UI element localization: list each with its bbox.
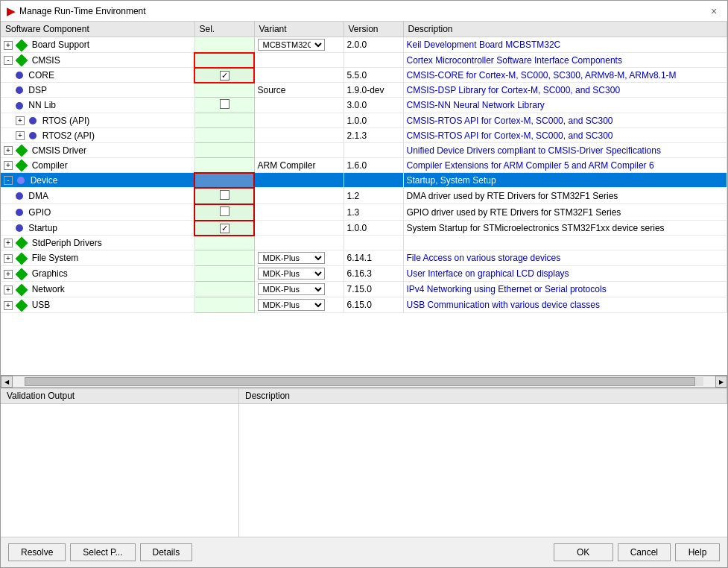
circle-icon: [16, 209, 23, 216]
horizontal-scrollbar[interactable]: ◀ ▶: [1, 376, 727, 388]
table-row: DSP Source 1.9.0-dev CMSIS-DSP Library f…: [1, 83, 727, 98]
desc-link[interactable]: CMSIS-RTOS API for Cortex-M, SC000, and …: [407, 116, 613, 126]
expand-icon[interactable]: +: [4, 41, 13, 50]
circle-icon: [16, 72, 23, 79]
table-row: + CMSIS Driver Unified Device Drivers co…: [1, 143, 727, 158]
desc-link[interactable]: CMSIS-CORE for Cortex-M, SC000, SC300, A…: [407, 70, 677, 81]
diamond-icon: [16, 268, 28, 280]
expand-icon[interactable]: +: [4, 146, 13, 155]
desc-link[interactable]: IPv4 Networking using Ethernet or Serial…: [407, 284, 607, 294]
desc-link[interactable]: Keil Development Board MCBSTM32C: [407, 40, 561, 50]
main-content: Software Component Sel. Variant Version …: [1, 22, 727, 567]
expand-icon[interactable]: -: [4, 56, 13, 65]
desc-link[interactable]: Unified Device Drivers compliant to CMSI…: [407, 145, 661, 156]
scroll-right-arrow[interactable]: ▶: [715, 376, 727, 388]
version-cell: 6.16.3: [344, 266, 403, 282]
table-area[interactable]: Software Component Sel. Variant Version …: [1, 22, 727, 376]
component-name: NN Lib: [1, 98, 194, 113]
component-name: Startup: [1, 221, 194, 236]
component-name: GPIO: [1, 204, 194, 221]
checkbox[interactable]: [220, 224, 230, 233]
variant-cell[interactable]: MCBSTM32C: [254, 37, 344, 53]
diamond-icon: [16, 160, 28, 172]
sel-cell: [194, 37, 254, 53]
version-cell: 1.9.0-dev: [344, 83, 403, 98]
sel-cell[interactable]: [194, 204, 254, 221]
components-table: Software Component Sel. Variant Version …: [1, 22, 727, 313]
variant-cell[interactable]: MDK-Plus: [254, 297, 344, 313]
variant-select[interactable]: MDK-Plus: [258, 252, 325, 264]
variant-select[interactable]: MCBSTM32C: [258, 39, 325, 51]
version-cell: [344, 173, 403, 188]
desc-link[interactable]: USB Communication with various device cl…: [407, 300, 600, 310]
select-button[interactable]: Select P...: [70, 543, 135, 561]
sel-cell[interactable]: [194, 221, 254, 236]
diamond-icon: [16, 299, 28, 312]
version-cell: 3.0.0: [344, 98, 403, 113]
component-name: - CMSIS: [1, 53, 194, 68]
manage-rte-window: ▶ Manage Run-Time Environment × Software…: [0, 0, 728, 568]
desc-link[interactable]: User Interface on graphical LCD displays: [407, 268, 569, 279]
table-row: + File System MDK-Plus 6.14.1 File Acces…: [1, 250, 727, 266]
table-row: + RTOS (API) 1.0.0 CMSIS-RTOS API for Co…: [1, 113, 727, 128]
app-icon: ▶: [7, 5, 15, 17]
desc-cell: CMSIS-RTOS API for Cortex-M, SC000, and …: [403, 113, 727, 128]
expand-icon[interactable]: -: [4, 176, 13, 185]
expand-icon[interactable]: +: [4, 161, 13, 170]
desc-link[interactable]: Compiler Extensions for ARM Compiler 5 a…: [407, 160, 654, 171]
variant-cell: [254, 204, 344, 221]
checkbox[interactable]: [220, 190, 230, 200]
variant-cell: [254, 68, 344, 83]
diamond-icon: [16, 39, 28, 51]
variant-cell[interactable]: MDK-Plus: [254, 282, 344, 297]
help-button[interactable]: Help: [675, 543, 720, 561]
desc-link[interactable]: CMSIS-DSP Library for Cortex-M, SC000, a…: [407, 85, 621, 95]
ok-button[interactable]: OK: [554, 543, 613, 561]
variant-cell: ARM Compiler: [254, 158, 344, 173]
variant-select[interactable]: MDK-Plus: [258, 283, 325, 295]
scroll-left-arrow[interactable]: ◀: [1, 376, 13, 388]
circle-icon: [29, 132, 37, 139]
version-cell: 6.15.0: [344, 297, 403, 313]
expand-icon[interactable]: +: [4, 270, 13, 279]
variant-select[interactable]: MDK-Plus: [258, 268, 325, 280]
details-button[interactable]: Details: [140, 543, 193, 561]
resolve-button[interactable]: Resolve: [8, 543, 66, 561]
checkbox[interactable]: [220, 99, 230, 109]
expand-icon[interactable]: +: [16, 116, 25, 125]
circle-icon: [16, 224, 23, 232]
sel-cell[interactable]: [194, 188, 254, 204]
expand-icon[interactable]: +: [4, 254, 13, 263]
component-name: + Compiler: [1, 158, 194, 173]
variant-cell[interactable]: MDK-Plus: [254, 250, 344, 266]
expand-icon[interactable]: +: [4, 285, 13, 294]
close-button[interactable]: ×: [706, 4, 721, 19]
bottom-pane: Validation Output Description: [1, 388, 727, 537]
diamond-icon: [16, 252, 28, 265]
table-row[interactable]: - Device Startup, System Setup: [1, 173, 727, 188]
sel-cell[interactable]: [194, 68, 254, 83]
expand-icon[interactable]: +: [4, 239, 13, 247]
expand-icon[interactable]: +: [16, 131, 25, 140]
sel-cell[interactable]: [194, 98, 254, 113]
scrollbar-thumb[interactable]: [25, 377, 695, 386]
sel-cell[interactable]: [194, 53, 254, 68]
checkbox[interactable]: [220, 71, 230, 81]
scrollbar-track[interactable]: [25, 377, 703, 386]
checkbox[interactable]: [220, 206, 230, 216]
sel-cell: [194, 128, 254, 143]
cancel-button[interactable]: Cancel: [618, 543, 671, 561]
desc-link[interactable]: CMSIS-RTOS API for Cortex-M, SC000, and …: [407, 130, 613, 141]
col-header-version: Version: [344, 22, 403, 37]
desc-link[interactable]: Cortex Microcontroller Software Interfac…: [407, 55, 622, 66]
desc-link[interactable]: File Access on various storage devices: [407, 253, 561, 263]
expand-icon[interactable]: +: [4, 301, 13, 310]
version-cell: 6.14.1: [344, 250, 403, 266]
desc-cell: CMSIS-DSP Library for Cortex-M, SC000, a…: [403, 83, 727, 98]
desc-link[interactable]: CMSIS-NN Neural Network Library: [407, 100, 545, 110]
component-name: DMA: [1, 188, 194, 204]
version-cell: [344, 236, 403, 250]
variant-select[interactable]: MDK-Plus: [258, 299, 325, 311]
sel-cell[interactable]: [194, 173, 254, 188]
variant-cell[interactable]: MDK-Plus: [254, 266, 344, 282]
